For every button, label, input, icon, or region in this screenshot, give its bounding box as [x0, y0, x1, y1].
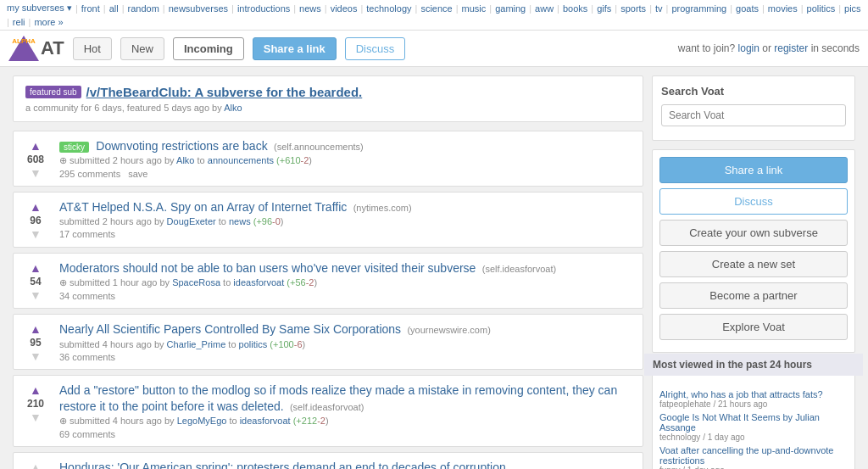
nav-introductions[interactable]: introductions — [237, 3, 290, 14]
comments-link[interactable]: 36 comments — [59, 352, 115, 362]
tab-share-link[interactable]: Share a link — [253, 37, 337, 60]
vote-count: 95 — [30, 337, 41, 349]
featured-author[interactable]: Alko — [224, 103, 242, 113]
nav-sports[interactable]: sports — [620, 3, 646, 14]
most-viewed-item: Alright, who has a job that attracts fat… — [659, 389, 848, 409]
upvote-arrow[interactable]: ▲ — [30, 201, 42, 213]
post-item: ▲ 4 ▼ Honduras: 'Our American spring': p… — [13, 452, 643, 469]
most-viewed-meta: funny / 1 day ago — [659, 466, 848, 469]
join-text: want to join? — [678, 42, 735, 54]
nav-aww[interactable]: aww — [535, 3, 554, 14]
post-title[interactable]: Moderators should not be able to ban use… — [59, 261, 476, 275]
tab-hot[interactable]: Hot — [73, 37, 112, 60]
nav-goats[interactable]: goats — [736, 3, 759, 14]
post-title[interactable]: Downvoting restrictions are back — [96, 139, 267, 153]
nav-pics[interactable]: pics — [844, 3, 861, 14]
score-minus: -2 — [301, 155, 309, 165]
post-actions: 69 comments — [59, 429, 634, 439]
post-meta: submitted 2 hours ago by DougExeter to n… — [59, 216, 634, 226]
post-title[interactable]: Honduras: 'Our American spring': protest… — [59, 461, 506, 469]
nav-tv[interactable]: tv — [655, 3, 663, 14]
nav-science[interactable]: science — [420, 3, 452, 14]
most-viewed-meta: technology / 1 day ago — [659, 433, 848, 442]
header: ALPHA AT Hot New Incoming Share a link D… — [0, 31, 868, 67]
downvote-arrow[interactable]: ▼ — [30, 289, 42, 301]
post-author[interactable]: LegoMyEgo — [177, 416, 227, 426]
tab-discuss[interactable]: Discuss — [345, 37, 406, 60]
or-text: or — [762, 42, 771, 54]
upvote-arrow[interactable]: ▲ — [30, 262, 42, 274]
post-sub[interactable]: news — [229, 216, 251, 226]
post-title[interactable]: AT&T Helped N.S.A. Spy on an Array of In… — [59, 200, 347, 214]
post-author[interactable]: DougExeter — [167, 216, 216, 226]
post-domain: (yournewswire.com) — [407, 325, 490, 335]
post-sub[interactable]: politics — [239, 339, 268, 349]
vote-count: 608 — [27, 154, 44, 165]
logo-text: AT — [41, 37, 64, 59]
vote-count: 210 — [27, 398, 44, 410]
most-viewed-link[interactable]: Alright, who has a job that attracts fat… — [659, 389, 848, 399]
nav-more[interactable]: more » — [34, 17, 63, 27]
register-link[interactable]: register — [774, 42, 808, 54]
my-subverses-link[interactable]: my subverses ▾ — [7, 3, 72, 14]
create-set-button[interactable]: Create a new set — [659, 251, 848, 277]
nav-reli[interactable]: reli — [13, 17, 25, 27]
post-item: ▲ 95 ▼ Nearly All Scientific Papers Cont… — [13, 314, 643, 370]
vote-count: 54 — [30, 276, 41, 288]
post-body: AT&T Helped N.S.A. Spy on an Array of In… — [59, 199, 634, 239]
share-link-button[interactable]: Share a link — [659, 157, 848, 183]
become-partner-button[interactable]: Become a partner — [659, 282, 848, 309]
post-sub[interactable]: ideasforvoat — [233, 277, 284, 288]
nav-videos[interactable]: videos — [331, 3, 358, 14]
comments-link[interactable]: 17 comments — [59, 229, 115, 239]
sticky-badge: sticky — [59, 142, 89, 153]
post-domain: (nytimes.com) — [353, 203, 412, 213]
nav-music[interactable]: music — [462, 3, 487, 14]
login-link[interactable]: login — [738, 42, 760, 54]
comments-link[interactable]: 295 comments — [59, 169, 120, 179]
tab-new[interactable]: New — [120, 37, 164, 60]
downvote-arrow[interactable]: ▼ — [30, 350, 42, 362]
nav-movies[interactable]: movies — [768, 3, 798, 14]
discuss-button[interactable]: Discuss — [659, 188, 848, 215]
post-author[interactable]: SpaceRosa — [172, 277, 220, 288]
upvote-arrow[interactable]: ▲ — [30, 140, 42, 152]
vote-column: ▲ 4 ▼ — [20, 460, 51, 469]
downvote-arrow[interactable]: ▼ — [30, 228, 42, 240]
nav-all[interactable]: all — [109, 3, 119, 14]
post-sub[interactable]: announcements — [208, 155, 274, 165]
upvote-arrow[interactable]: ▲ — [30, 323, 42, 335]
nav-politics[interactable]: politics — [807, 3, 836, 14]
nav-programming[interactable]: programming — [671, 3, 726, 14]
nav-random[interactable]: random — [128, 3, 159, 14]
post-sub[interactable]: ideasforvoat — [240, 416, 291, 426]
submitted-icon: ⊕ — [59, 155, 67, 165]
most-viewed-link[interactable]: Voat after cancelling the up-and-downvot… — [659, 445, 848, 466]
post-actions: 295 comments save — [59, 169, 634, 179]
nav-front[interactable]: front — [81, 3, 100, 14]
upvote-arrow[interactable]: ▲ — [30, 461, 42, 469]
vote-column: ▲ 608 ▼ — [20, 138, 51, 179]
post-author[interactable]: Charlie_Prime — [167, 339, 226, 349]
nav-books[interactable]: books — [563, 3, 587, 14]
tab-incoming[interactable]: Incoming — [173, 37, 244, 60]
post-title[interactable]: Nearly All Scientific Papers Controlled … — [59, 322, 401, 336]
search-input[interactable] — [661, 104, 846, 126]
most-viewed-link[interactable]: Google Is Not What It Seems by Julian As… — [659, 412, 848, 433]
save-link[interactable]: save — [128, 169, 147, 179]
nav-gifs[interactable]: gifs — [597, 3, 611, 14]
nav-gaming[interactable]: gaming — [495, 3, 526, 14]
downvote-arrow[interactable]: ▼ — [30, 167, 42, 179]
create-subverse-button[interactable]: Create your own subverse — [659, 220, 848, 246]
post-title-line: Honduras: 'Our American spring': protest… — [59, 460, 634, 469]
comments-link[interactable]: 34 comments — [59, 291, 115, 301]
explore-voat-button[interactable]: Explore Voat — [659, 314, 848, 340]
nav-technology[interactable]: technology — [366, 3, 411, 14]
featured-title[interactable]: /v/TheBeardClub: A subverse for the bear… — [86, 85, 363, 99]
nav-newsubverses[interactable]: newsubverses — [169, 3, 228, 14]
nav-news[interactable]: news — [299, 3, 321, 14]
post-author[interactable]: Alko — [176, 155, 194, 165]
upvote-arrow[interactable]: ▲ — [30, 384, 42, 396]
comments-link[interactable]: 69 comments — [59, 429, 115, 439]
downvote-arrow[interactable]: ▼ — [30, 411, 42, 423]
